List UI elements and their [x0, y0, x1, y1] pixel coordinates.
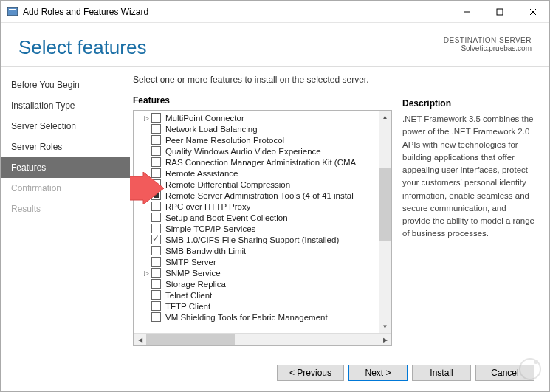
- feature-label: Quality Windows Audio Video Experience: [165, 147, 321, 156]
- feature-label: SMTP Server: [165, 258, 216, 267]
- step-features[interactable]: Features: [1, 157, 130, 178]
- main-panel: Select one or more features to install o…: [130, 67, 549, 354]
- expand-icon[interactable]: ▷: [142, 192, 150, 199]
- svg-rect-0: [7, 7, 18, 16]
- feature-item[interactable]: SMTP Server: [134, 256, 391, 267]
- feature-checkbox[interactable]: [151, 279, 161, 289]
- feature-item[interactable]: Telnet Client: [134, 289, 391, 300]
- feature-item[interactable]: SMB 1.0/CIFS File Sharing Support (Insta…: [134, 234, 391, 245]
- feature-checkbox[interactable]: [151, 135, 161, 145]
- feature-label: Storage Replica: [165, 280, 226, 289]
- feature-checkbox[interactable]: [151, 113, 161, 123]
- destination-info: DESTINATION SERVER Solvetic.pruebas.com: [444, 36, 532, 52]
- instruction-text: Select one or more features to install o…: [133, 75, 392, 85]
- feature-label: Remote Differential Compression: [165, 180, 290, 189]
- app-icon: [7, 6, 18, 18]
- feature-label: Remote Server Administration Tools (4 of…: [165, 191, 354, 200]
- next-button[interactable]: Next >: [348, 365, 408, 381]
- feature-label: Remote Assistance: [165, 169, 238, 178]
- feature-label: RPC over HTTP Proxy: [165, 202, 250, 211]
- feature-checkbox[interactable]: [151, 213, 161, 222]
- feature-item[interactable]: Quality Windows Audio Video Experience: [134, 145, 391, 157]
- step-confirmation: Confirmation: [1, 178, 130, 199]
- description-column: Description .NET Framework 3.5 combines …: [392, 75, 536, 346]
- feature-item[interactable]: VM Shielding Tools for Fabric Management: [134, 312, 391, 323]
- feature-checkbox[interactable]: [151, 224, 161, 233]
- feature-item[interactable]: TFTP Client: [134, 300, 391, 312]
- feature-checkbox[interactable]: [151, 235, 161, 244]
- scroll-thumb-h[interactable]: [146, 334, 235, 345]
- previous-button[interactable]: < Previous: [277, 365, 344, 381]
- feature-label: Peer Name Resolution Protocol: [165, 136, 284, 145]
- feature-item[interactable]: Setup and Boot Event Collection: [134, 212, 391, 223]
- watermark-icon: [515, 354, 545, 387]
- feature-item[interactable]: ▷Remote Server Administration Tools (4 o…: [134, 190, 391, 201]
- wizard-body: Before You BeginInstallation TypeServer …: [1, 67, 549, 354]
- scroll-down-icon[interactable]: ▼: [379, 320, 391, 333]
- feature-checkbox[interactable]: [151, 312, 161, 322]
- feature-item[interactable]: SMB Bandwidth Limit: [134, 245, 391, 256]
- feature-item[interactable]: RPC over HTTP Proxy: [134, 201, 391, 212]
- feature-label: Simple TCP/IP Services: [165, 224, 255, 233]
- feature-item[interactable]: RAS Connection Manager Administration Ki…: [134, 157, 391, 168]
- step-server-roles[interactable]: Server Roles: [1, 137, 130, 157]
- expand-icon[interactable]: ▷: [142, 114, 150, 122]
- feature-checkbox[interactable]: [151, 146, 161, 156]
- description-heading: Description: [402, 98, 536, 109]
- feature-label: TFTP Client: [165, 302, 210, 311]
- feature-checkbox[interactable]: [151, 190, 161, 200]
- feature-checkbox[interactable]: [151, 290, 161, 300]
- expand-icon[interactable]: ▷: [142, 269, 150, 277]
- close-button[interactable]: [516, 1, 549, 23]
- feature-label: MultiPoint Connector: [165, 114, 244, 123]
- feature-checkbox[interactable]: [151, 301, 161, 311]
- feature-label: SMB 1.0/CIFS File Sharing Support (Insta…: [165, 235, 339, 244]
- features-heading: Features: [133, 95, 392, 106]
- feature-checkbox[interactable]: [151, 268, 161, 278]
- scroll-right-icon[interactable]: ▶: [379, 334, 391, 346]
- feature-label: Telnet Client: [165, 291, 212, 300]
- scroll-up-icon[interactable]: ▲: [379, 111, 391, 123]
- feature-label: RAS Connection Manager Administration Ki…: [165, 158, 356, 167]
- feature-label: SMB Bandwidth Limit: [165, 247, 246, 255]
- feature-label: SNMP Service: [165, 269, 221, 278]
- feature-item[interactable]: Peer Name Resolution Protocol: [134, 134, 391, 145]
- wizard-header: Select features DESTINATION SERVER Solve…: [1, 23, 549, 67]
- feature-checkbox[interactable]: [151, 246, 161, 255]
- feature-checkbox[interactable]: [151, 202, 161, 211]
- features-column: Select one or more features to install o…: [133, 75, 392, 346]
- feature-label: Network Load Balancing: [165, 125, 258, 134]
- feature-checkbox[interactable]: [151, 168, 161, 178]
- destination-label: DESTINATION SERVER: [444, 36, 532, 44]
- destination-value: Solvetic.pruebas.com: [444, 44, 532, 52]
- scroll-thumb[interactable]: [379, 168, 391, 241]
- horizontal-scrollbar[interactable]: ◀ ▶: [134, 333, 391, 345]
- feature-item[interactable]: Remote Assistance: [134, 168, 391, 179]
- step-server-selection[interactable]: Server Selection: [1, 116, 130, 137]
- vertical-scrollbar[interactable]: ▲ ▼: [379, 111, 391, 333]
- feature-label: VM Shielding Tools for Fabric Management: [165, 313, 328, 322]
- feature-checkbox[interactable]: [151, 124, 161, 134]
- feature-checkbox[interactable]: [151, 257, 161, 267]
- feature-item[interactable]: Storage Replica: [134, 278, 391, 289]
- features-listbox[interactable]: ▷MultiPoint ConnectorNetwork Load Balanc…: [133, 110, 392, 346]
- feature-item[interactable]: ▷SNMP Service: [134, 267, 391, 278]
- steps-sidebar: Before You BeginInstallation TypeServer …: [1, 67, 130, 354]
- step-installation-type[interactable]: Installation Type: [1, 95, 130, 116]
- window-title: Add Roles and Features Wizard: [23, 7, 450, 17]
- install-button[interactable]: Install: [412, 365, 471, 381]
- feature-label: Setup and Boot Event Collection: [165, 213, 288, 222]
- scroll-left-icon[interactable]: ◀: [134, 334, 146, 346]
- minimize-button[interactable]: [450, 1, 483, 23]
- step-before-you-begin[interactable]: Before You Begin: [1, 75, 130, 95]
- feature-item[interactable]: Simple TCP/IP Services: [134, 223, 391, 234]
- feature-checkbox[interactable]: [151, 179, 161, 189]
- wizard-footer: < Previous Next > Install Cancel: [1, 354, 549, 391]
- feature-item[interactable]: ▷MultiPoint Connector: [134, 112, 391, 123]
- feature-checkbox[interactable]: [151, 157, 161, 167]
- maximize-button[interactable]: [483, 1, 516, 23]
- feature-item[interactable]: Remote Differential Compression: [134, 179, 391, 190]
- svg-rect-1: [9, 9, 16, 10]
- feature-item[interactable]: Network Load Balancing: [134, 123, 391, 134]
- titlebar: Add Roles and Features Wizard: [1, 1, 549, 23]
